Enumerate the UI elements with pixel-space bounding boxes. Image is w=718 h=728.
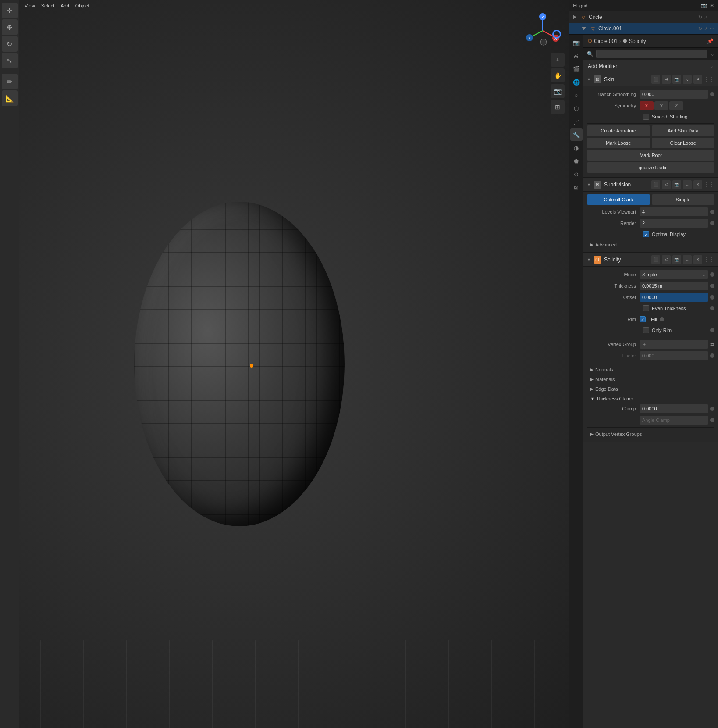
solidify-offset-value[interactable]: 0.0000 (640, 293, 708, 302)
output-vertex-groups-section[interactable]: ▶ Output Vertex Groups (587, 429, 714, 439)
factor-value[interactable]: 0.000 (640, 351, 708, 360)
solidify-offset-dot[interactable] (710, 295, 714, 300)
angle-clamp-dot[interactable] (710, 418, 714, 422)
mark-loose-btn[interactable]: Mark Loose (587, 138, 650, 148)
vertex-group-swap-icon[interactable]: ⇄ (710, 341, 714, 347)
mark-root-btn[interactable]: Mark Root (587, 150, 714, 161)
symmetry-x-btn[interactable]: X (640, 101, 654, 110)
prop-particles-icon[interactable]: ⋰ (570, 115, 583, 128)
skin-close-btn[interactable]: ✕ (693, 75, 702, 84)
factor-dot[interactable] (710, 353, 714, 358)
simple-btn[interactable]: Simple (652, 194, 715, 205)
subdivision-realtime-btn[interactable]: ⬛ (651, 180, 660, 189)
skin-render-btn[interactable]: 🖨 (662, 75, 671, 84)
solidify-drag-handle[interactable]: ⋮⋮ (704, 257, 714, 263)
zoom-in-button[interactable]: + (551, 53, 565, 67)
vertex-group-input[interactable]: ⊞ (640, 340, 708, 349)
circle001-eye-icon[interactable]: ↗ (704, 26, 708, 32)
skin-dropdown-btn[interactable]: ⌄ (683, 75, 692, 84)
subdivision-modifier-header[interactable]: ▼ ⊠ Subdivision ⬛ 🖨 📷 ⌄ ✕ ⋮⋮ (583, 178, 718, 192)
search-input[interactable] (596, 50, 707, 58)
prop-scene-icon[interactable]: 🌐 (570, 76, 583, 88)
solidify-close-btn[interactable]: ✕ (693, 255, 702, 264)
prop-constraint-icon[interactable]: ⊠ (570, 181, 583, 193)
ortho-button[interactable]: ⊞ (551, 100, 565, 114)
circle001-camera-icon[interactable]: ⋯ (710, 26, 714, 32)
normals-section[interactable]: ▶ Normals (587, 365, 714, 375)
solidify-thickness-dot[interactable] (710, 284, 714, 288)
levels-viewport-dot[interactable] (710, 210, 714, 214)
skin-modifier-header[interactable]: ▼ ⊡ Skin ⬛ 🖨 📷 ⌄ ✕ ⋮⋮ (583, 72, 718, 86)
solidify-dropdown-btn[interactable]: ⌄ (683, 255, 692, 264)
outliner-circle001-row[interactable]: ▽ Circle.001 ↻ ↗ ⋯ (569, 23, 718, 34)
tool-rotate[interactable]: ↻ (2, 36, 18, 52)
viewport-object-menu[interactable]: Object (74, 2, 91, 9)
prop-modifier-icon[interactable]: 🔧 (570, 128, 583, 141)
only-rim-checkbox[interactable] (643, 327, 649, 333)
clear-loose-btn[interactable]: Clear Loose (652, 138, 715, 148)
bc-modifier-label[interactable]: Solidify (629, 38, 646, 44)
solidify-mode-value[interactable]: Simple ⌄ (640, 270, 708, 279)
even-thickness-dot[interactable] (710, 306, 714, 310)
solidify-thickness-value[interactable]: 0.0015 m (640, 282, 708, 290)
camera-button[interactable]: 📷 (551, 84, 565, 98)
clamp-value[interactable]: 0.0000 (640, 404, 708, 413)
tool-annotate[interactable]: ✏ (2, 74, 18, 89)
prop-render-icon[interactable]: 📷 (570, 36, 583, 49)
prop-world-icon[interactable]: ○ (570, 89, 583, 101)
materials-section[interactable]: ▶ Materials (587, 375, 714, 384)
tool-measure[interactable]: 📐 (2, 90, 18, 106)
subdivision-dropdown-btn[interactable]: ⌄ (683, 180, 692, 189)
smooth-shading-checkbox[interactable] (643, 114, 649, 120)
branch-smoothing-dot[interactable] (710, 92, 714, 96)
only-rim-dot[interactable] (710, 328, 714, 332)
catmull-clark-btn[interactable]: Catmull-Clark (587, 194, 650, 205)
prop-data-icon[interactable]: ⬟ (570, 155, 583, 167)
optimal-display-checkbox[interactable] (643, 231, 649, 237)
viewport-view-menu[interactable]: View (23, 2, 37, 9)
solidify-render-btn[interactable]: 🖨 (662, 255, 671, 264)
create-armature-btn[interactable]: Create Armature (587, 125, 650, 136)
viewport-circle-indicator[interactable] (552, 30, 561, 39)
circle-eye-icon[interactable]: ↗ (704, 14, 708, 20)
add-skin-data-btn[interactable]: Add Skin Data (652, 125, 715, 136)
subdivision-advanced-section[interactable]: ▶ Advanced (587, 240, 714, 250)
add-modifier-button[interactable]: Add Modifier ⌄ (583, 60, 718, 72)
tool-move[interactable]: ✥ (2, 19, 18, 35)
viewport[interactable]: View Select Add Object Z X Y + ✋ (19, 0, 569, 728)
circle-visibility-icon[interactable]: ↻ (698, 14, 702, 20)
equalize-radii-btn[interactable]: Equalize Radii (587, 162, 714, 173)
fill-dot[interactable] (660, 317, 664, 321)
tool-scale[interactable]: ⤡ (2, 53, 18, 68)
circle001-collapse-triangle[interactable] (582, 27, 586, 30)
render-levels-dot[interactable] (710, 221, 714, 225)
subdivision-render-btn[interactable]: 🖨 (662, 180, 671, 189)
prop-material-icon[interactable]: ⊙ (570, 168, 583, 180)
branch-smoothing-value[interactable]: 0.000 (640, 90, 708, 99)
skin-realtime-btn[interactable]: ⬛ (651, 75, 660, 84)
fill-checkbox[interactable] (640, 316, 646, 322)
pan-button[interactable]: ✋ (551, 68, 565, 82)
circle001-visibility-icon[interactable]: ↻ (698, 26, 702, 32)
levels-viewport-value[interactable]: 4 (640, 207, 708, 216)
search-dropdown-icon[interactable]: ⌄ (710, 51, 714, 57)
solidify-modifier-header[interactable]: ▼ ⬡ Solidify ⬛ 🖨 📷 ⌄ ✕ ⋮⋮ (583, 253, 718, 267)
prop-output-icon[interactable]: 🖨 (570, 50, 583, 62)
prop-view-icon[interactable]: 🎬 (570, 63, 583, 75)
subdivision-camera-btn[interactable]: 📷 (672, 180, 681, 189)
prop-shader-icon[interactable]: ◑ (570, 142, 583, 154)
symmetry-z-btn[interactable]: Z (669, 101, 683, 110)
edge-data-section[interactable]: ▶ Edge Data (587, 384, 714, 394)
circle-collapse-triangle[interactable] (573, 15, 576, 19)
clamp-dot[interactable] (710, 407, 714, 411)
bc-pin-icon[interactable]: 📌 (707, 38, 714, 44)
solidify-camera-btn[interactable]: 📷 (672, 255, 681, 264)
viewport-select-menu[interactable]: Select (39, 2, 57, 9)
skin-drag-handle[interactable]: ⋮⋮ (704, 76, 714, 82)
render-levels-value[interactable]: 2 (640, 219, 708, 228)
viewport-add-menu[interactable]: Add (59, 2, 71, 9)
subdivision-close-btn[interactable]: ✕ (693, 180, 702, 189)
solidify-realtime-btn[interactable]: ⬛ (651, 255, 660, 264)
thickness-clamp-section[interactable]: ▼ Thickness Clamp (587, 394, 714, 403)
solidify-mode-dot[interactable] (710, 272, 714, 277)
